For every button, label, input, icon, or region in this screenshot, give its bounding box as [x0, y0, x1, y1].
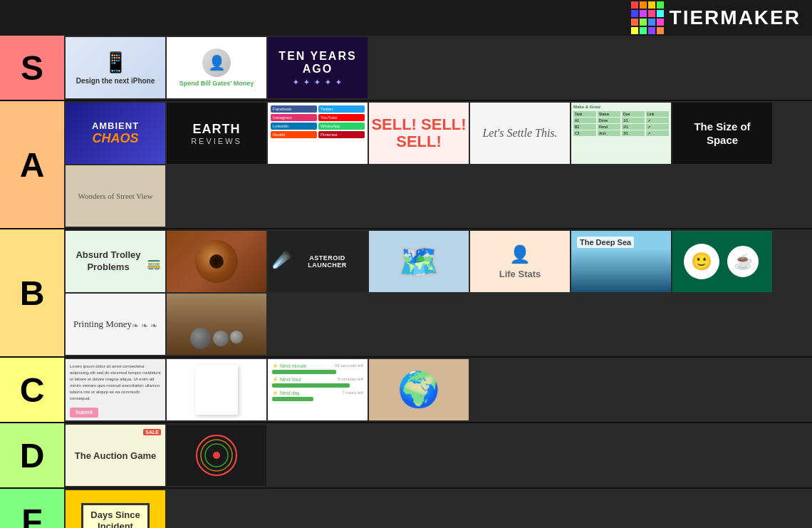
tier-label-d: D	[0, 423, 64, 487]
tier-label-c: C	[0, 358, 64, 422]
progress-item: ⚡ Next minute 53 seconds left	[272, 363, 363, 374]
tier-list: S 📱 Design the next iPhone 👤 Spend Bill …	[0, 36, 812, 528]
item-label: SELL! SELL! SELL!	[369, 116, 469, 150]
spreadsheet-row: Task Status Due Link	[573, 111, 669, 117]
list-item[interactable]: AMBIENT CHAOS	[66, 103, 165, 164]
item-label-top: AMBIENT	[92, 120, 139, 131]
list-item[interactable]: ☄️ ASTEROID LAUNCHER	[268, 231, 368, 292]
item-label-top: EARTH	[193, 122, 241, 137]
tier-row-b: B Absurd Trolley Problems 🚃 ☄️ ASTEROID …	[0, 229, 812, 358]
starbucks-logo: ☕	[725, 244, 761, 279]
page-visual	[195, 365, 238, 415]
map-icon: 🗺️	[397, 241, 441, 282]
list-item[interactable]: Printing Money ❧ ❧ ❧	[66, 294, 165, 355]
spreadsheet-row: A1 Done 1/1 ↗	[573, 118, 669, 123]
stone	[190, 328, 212, 349]
person-icon: 👤	[509, 244, 531, 264]
tier-row-f: F Days SinceIncident	[0, 489, 812, 528]
share-row: Facebook Twitter	[271, 105, 365, 113]
cell: Actv	[598, 130, 620, 136]
cell: Due	[622, 111, 645, 117]
list-item[interactable]	[167, 359, 266, 420]
perfect-circle-visual	[192, 430, 241, 480]
list-item[interactable]	[167, 294, 266, 355]
cell: ↗	[646, 130, 669, 136]
list-item[interactable]: 👤 Life Stats	[470, 231, 570, 292]
list-item[interactable]: Lorem ipsum dolor sit amet consectetur a…	[66, 359, 165, 420]
progress-bar	[272, 370, 336, 374]
cell: ↗	[646, 118, 669, 123]
logo-cell	[640, 27, 647, 34]
list-item[interactable]: Make & Grow Task Status Due Link A1 Done…	[571, 103, 671, 164]
logo-cell	[631, 19, 638, 26]
list-item[interactable]: Wonders of Street View	[66, 165, 165, 227]
regions-map-icon: 🌍	[397, 370, 440, 410]
tier-row-d: D SALE The Auction Game	[0, 423, 812, 489]
article-button[interactable]: Submit	[70, 408, 98, 418]
tier-row-s: S 📱 Design the next iPhone 👤 Spend Bill …	[0, 36, 812, 101]
share-row: Reddit Pinterest	[271, 131, 365, 138]
tier-items-a: AMBIENT CHAOS EARTH REVIEWS Facebook Twi…	[64, 101, 812, 228]
list-item[interactable]: 🙂 ☕	[672, 231, 772, 292]
logo-cell	[657, 27, 664, 34]
item-label: ASTEROID LAUNCHER	[291, 254, 363, 269]
tier-row-a: A AMBIENT CHAOS EARTH REVIEWS Facebook T…	[0, 101, 812, 229]
list-item[interactable]: EARTH REVIEWS	[167, 103, 266, 164]
tiermaker-logo-text: TIERMAKER	[670, 6, 801, 29]
list-item[interactable]: The Deep Sea	[571, 231, 671, 292]
tier-items-b: Absurd Trolley Problems 🚃 ☄️ ASTEROID LA…	[64, 229, 812, 356]
item-label: Absurd Trolley Problems	[70, 249, 147, 274]
smiley-icon: 🙂	[684, 244, 719, 279]
cell: 1/1	[622, 118, 645, 123]
cell: A1	[573, 118, 596, 123]
logo-cell	[631, 10, 638, 17]
cell: Link	[646, 111, 669, 117]
progress-item: ⚡ Next day 7 hours left	[272, 390, 363, 401]
tier-items-c: Lorem ipsum dolor sit amet consectetur a…	[64, 358, 812, 422]
list-item[interactable]: SALE The Auction Game	[66, 425, 165, 486]
logo-icon-grid	[631, 1, 664, 34]
tier-label-s: S	[0, 36, 64, 100]
list-item[interactable]	[167, 231, 266, 292]
share-wa: WhatsApp	[318, 123, 365, 130]
tier-row-c: C Lorem ipsum dolor sit amet consectetur…	[0, 358, 812, 423]
eyeball-visual	[195, 240, 238, 283]
logo-cell	[657, 1, 664, 9]
article-content: Lorem ipsum dolor sit amet consectetur a…	[70, 363, 161, 402]
list-item[interactable]: SELL! SELL! SELL!	[369, 103, 469, 164]
avatar: 👤	[202, 48, 231, 77]
circle-svg	[192, 430, 241, 480]
logo-cell	[631, 27, 638, 34]
list-item[interactable]: Days SinceIncident	[66, 490, 165, 528]
list-item[interactable]: Let's Settle This.	[470, 103, 570, 164]
list-item[interactable]: 👤 Spend Bill Gates' Money	[167, 37, 266, 98]
list-item[interactable]: Facebook Twitter Instagram YouTube Linke…	[268, 103, 368, 164]
logo-cell	[640, 19, 647, 26]
cell: C3	[573, 130, 596, 136]
cell: 3/1	[622, 130, 645, 136]
list-item[interactable]: Absurd Trolley Problems 🚃	[66, 231, 165, 292]
cell: Done	[598, 118, 620, 123]
stone	[213, 331, 229, 346]
list-item[interactable]: TEN YEARS AGO ✦ ✦ ✦ ✦ ✦	[268, 37, 368, 98]
list-item[interactable]: 🗺️	[369, 231, 469, 292]
item-label: Wonders of Street View	[78, 192, 153, 200]
days-sign: Days SinceIncident	[81, 503, 149, 528]
tier-items-d: SALE The Auction Game	[64, 423, 812, 487]
cell: ↗	[646, 124, 669, 130]
list-item[interactable]: ⚡ Next minute 53 seconds left ⚡ Next hou…	[268, 359, 368, 420]
list-item[interactable]: The Size of Space	[672, 103, 772, 164]
list-item[interactable]	[167, 425, 266, 486]
item-label: Life Stats	[499, 269, 541, 279]
list-item[interactable]: 📱 Design the next iPhone	[66, 37, 165, 98]
share-ig: Instagram	[271, 114, 317, 121]
days-sign-text: Days SinceIncident	[90, 509, 140, 528]
item-label: The Size of Space	[678, 120, 766, 147]
share-fb: Facebook	[271, 105, 317, 113]
asteroid-icon: ☄️	[272, 251, 291, 269]
logo-cell	[657, 10, 664, 17]
tiermaker-logo: TIERMAKER	[631, 1, 801, 34]
decorative-ornament: ❧ ❧ ❧	[132, 321, 157, 331]
list-item[interactable]: 🌍	[369, 359, 469, 420]
item-label-bottom: REVIEWS	[191, 137, 242, 145]
